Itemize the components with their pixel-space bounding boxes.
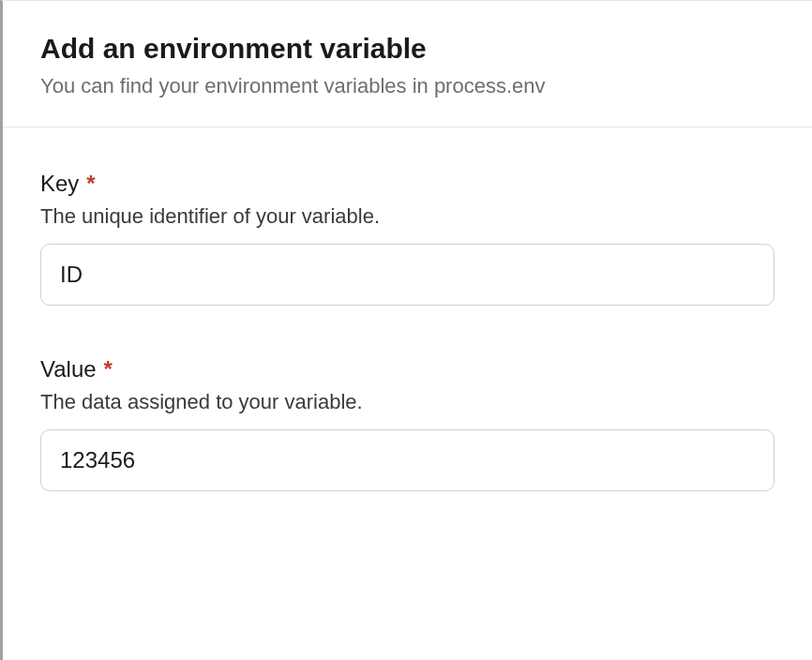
value-helper-text: The data assigned to your variable.: [40, 390, 774, 414]
key-label: Key: [40, 171, 79, 197]
value-field: Value * The data assigned to your variab…: [40, 356, 774, 491]
required-asterisk-icon: *: [104, 356, 113, 382]
value-label: Value: [40, 356, 97, 382]
value-label-row: Value *: [40, 356, 774, 382]
form-header: Add an environment variable You can find…: [3, 1, 812, 128]
env-var-form: Key * The unique identifier of your vari…: [3, 128, 812, 561]
key-helper-text: The unique identifier of your variable.: [40, 204, 774, 229]
page-subtitle: You can find your environment variables …: [40, 74, 774, 98]
page-title: Add an environment variable: [40, 33, 774, 65]
key-field: Key * The unique identifier of your vari…: [40, 171, 774, 306]
value-input[interactable]: [40, 429, 774, 491]
key-label-row: Key *: [40, 171, 774, 197]
required-asterisk-icon: *: [86, 171, 95, 197]
key-input[interactable]: [40, 244, 774, 306]
